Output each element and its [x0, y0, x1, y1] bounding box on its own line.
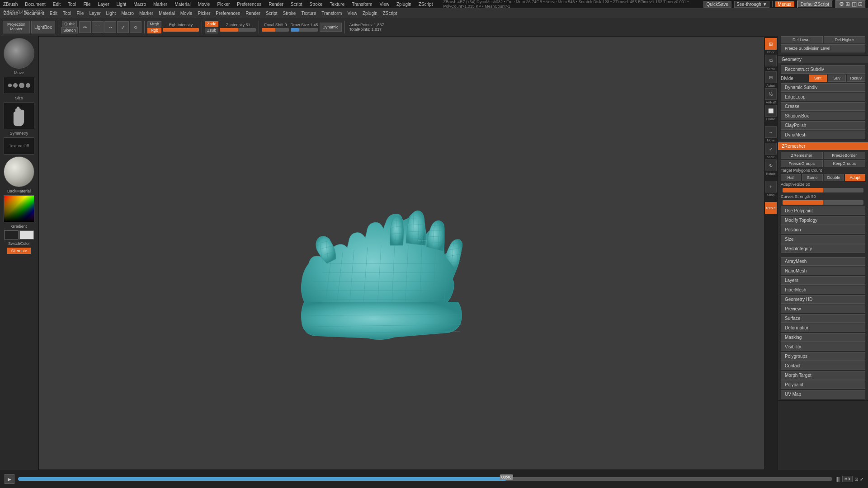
use-polypaint-button[interactable]: Use Polypaint — [781, 206, 865, 215]
menu-marker[interactable]: Marker — [152, 2, 169, 7]
draw-size-slider[interactable] — [291, 28, 318, 32]
rgb-intensity-slider[interactable] — [163, 28, 199, 32]
aahalf-icon-button[interactable]: ½ — [765, 88, 777, 100]
masking-button[interactable]: Masking — [781, 333, 865, 342]
timeline-fit-icon[interactable]: ⊡ — [854, 477, 858, 482]
brush-preview[interactable] — [4, 38, 34, 69]
shadowbox-button[interactable]: ShadowBox — [781, 112, 865, 120]
crease-button[interactable]: Crease — [781, 102, 865, 111]
hd-button[interactable]: HD — [842, 476, 853, 482]
half-button[interactable]: Half — [781, 174, 801, 181]
smt-button[interactable]: Smt — [809, 75, 827, 82]
tb2-texture[interactable]: Texture — [299, 11, 318, 16]
menu-view[interactable]: View — [378, 2, 391, 7]
edgeloop-button[interactable]: EdgeLoop — [781, 93, 865, 101]
reconstruct-subdiv-button[interactable]: Reconstruct Subdiv — [781, 65, 865, 74]
tb2-picker[interactable]: Picker — [196, 11, 212, 16]
snap-icon-button[interactable]: + — [765, 181, 777, 192]
menu-macro[interactable]: Macro — [132, 2, 147, 7]
size-button[interactable]: Size — [781, 235, 865, 244]
icons-button[interactable]: ⚙ ⊞ ◫ ⊡ — [835, 0, 866, 9]
dynamic-button[interactable]: Dynamic — [320, 23, 342, 32]
menu-file[interactable]: File — [82, 2, 92, 7]
morph-target-button[interactable]: Morph Target — [781, 371, 865, 380]
tb2-render[interactable]: Render — [244, 11, 262, 16]
menu-script[interactable]: Script — [289, 2, 304, 7]
menu-zbrush[interactable]: ZBrush — [2, 2, 19, 7]
adaptive-size-slider[interactable] — [783, 188, 863, 192]
scale-icon-button[interactable]: ⤢ — [765, 143, 777, 155]
tb2-edit[interactable]: Edit — [48, 11, 59, 16]
preview-button[interactable]: Preview — [781, 305, 865, 313]
alternate-button[interactable]: Alternate — [7, 248, 31, 254]
dynamic-subdiv-button[interactable]: Dynamic Subdiv — [781, 83, 865, 92]
tb2-preferences[interactable]: Preferences — [214, 11, 242, 16]
keep-groups-button[interactable]: KeepGroups — [824, 160, 866, 167]
geometry-hd-button[interactable]: Geometry HD — [781, 295, 865, 304]
menu-document[interactable]: Document — [24, 2, 47, 7]
menu-movie[interactable]: Movie — [197, 2, 212, 7]
geometry-header[interactable]: Geometry — [778, 56, 868, 63]
del-higher-button[interactable]: Del Higher — [824, 36, 866, 43]
move-icon-button[interactable]: ↔ — [765, 126, 777, 138]
rotate-button[interactable]: ↻ — [130, 21, 142, 33]
timeline-expand-icon[interactable]: ⤢ — [860, 477, 863, 482]
arraymesh-button[interactable]: ArrayMesh — [781, 257, 865, 266]
suv-button[interactable]: Suv — [828, 75, 846, 82]
edit-button[interactable]: ✏ — [79, 21, 91, 33]
quicksave-button[interactable]: QuickSave — [703, 1, 731, 8]
floor-icon-button[interactable]: ⊞ — [765, 38, 777, 50]
polygroups-button[interactable]: Polygroups — [781, 352, 865, 361]
brush-dots-preview[interactable] — [4, 77, 34, 94]
zadd-button[interactable]: Zadd — [205, 21, 219, 27]
polypaint-button[interactable]: Polypaint — [781, 380, 865, 389]
symmetry-icon[interactable] — [4, 102, 34, 129]
tb2-movie[interactable]: Movie — [179, 11, 194, 16]
tb2-transform[interactable]: Transform — [320, 11, 344, 16]
deformation-button[interactable]: Deformation — [781, 324, 865, 332]
xyz-icon-button[interactable]: RXYZ — [765, 202, 777, 214]
freeze-subdiv-button[interactable]: Freeze Subdivision Level — [781, 44, 865, 52]
quick-sketch-button[interactable]: Quick — [62, 21, 77, 27]
tb2-file[interactable]: File — [75, 11, 85, 16]
double-button[interactable]: Double — [824, 174, 844, 181]
zremesher-header[interactable]: ZRemesher — [778, 142, 868, 150]
frame-icon-button[interactable]: ⬜ — [765, 105, 777, 117]
move-button[interactable]: ↔ — [104, 21, 116, 33]
menu-transform[interactable]: Transform — [350, 2, 373, 7]
nanomesh-button[interactable]: NanoMesh — [781, 267, 865, 275]
rgb-button[interactable]: Rgb — [147, 28, 161, 33]
tb2-macro[interactable]: Macro — [119, 11, 136, 16]
mrgb-button[interactable]: Mrgb — [147, 21, 161, 27]
focal-shift-slider[interactable] — [262, 28, 289, 32]
resuv-button[interactable]: ResuV — [847, 75, 865, 82]
freeze-border-button[interactable]: FreezeBorder — [824, 152, 866, 159]
draw-button[interactable]: ⌒ — [92, 21, 104, 33]
tb2-script[interactable]: Script — [264, 11, 279, 16]
tb2-layer[interactable]: Layer — [88, 11, 103, 16]
dynamesh-button[interactable]: DynaMesh — [781, 131, 865, 139]
visibility-button[interactable]: Visibility — [781, 343, 865, 351]
zremesher-button[interactable]: ZRemesher — [781, 152, 823, 159]
tb2-view[interactable]: View — [345, 11, 359, 16]
tb2-stroke[interactable]: Stroke — [281, 11, 298, 16]
rotate-icon-button[interactable]: ↻ — [765, 160, 777, 171]
default-script-button[interactable]: DefaultZScript — [797, 0, 833, 8]
see-through-button[interactable]: See-through ▼ — [734, 1, 769, 8]
menu-stroke[interactable]: Stroke — [308, 2, 324, 7]
quick-sketch-button2[interactable]: Sketch — [61, 27, 78, 33]
contact-button[interactable]: Contact — [781, 361, 865, 370]
color-picker[interactable] — [4, 195, 34, 222]
del-lower-button[interactable]: Del Lower — [781, 36, 823, 43]
freeze-groups-button[interactable]: FreezeGroups — [781, 160, 823, 167]
tb2-tool[interactable]: Tool — [61, 11, 73, 16]
scroll-icon-button[interactable]: ⧉ — [765, 55, 777, 66]
actual-icon-button[interactable]: ⊟ — [765, 71, 777, 83]
tb2-material[interactable]: Material — [157, 11, 177, 16]
menu-texture[interactable]: Texture — [328, 2, 346, 7]
menu-preferences[interactable]: Preferences — [236, 2, 263, 7]
uv-map-button[interactable]: UV Map — [781, 390, 865, 399]
timeline-track[interactable]: 00:46 — [18, 477, 832, 481]
menu-tool[interactable]: Tool — [66, 2, 77, 7]
layers-button[interactable]: Layers — [781, 276, 865, 285]
